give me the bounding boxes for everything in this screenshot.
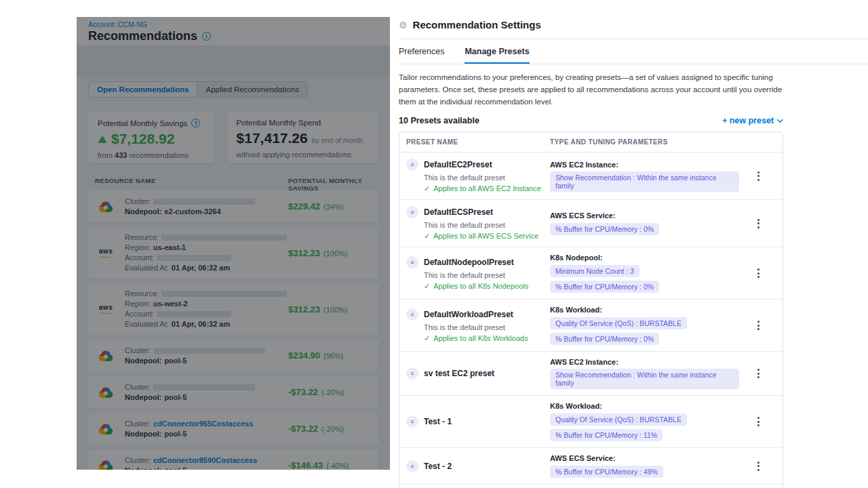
check-icon: ✓: [424, 334, 430, 343]
preset-name: DefaultNodepoolPreset: [424, 258, 514, 267]
preset-subtitle: This is the default preset: [424, 221, 550, 229]
preset-name: DefaultEC2Preset: [424, 160, 492, 169]
tuning-parameter-pill: % Buffer for CPU/Memory : 0%: [550, 333, 659, 345]
preset-tuning-cell: AWS ECS Service:% Buffer for CPU/Memory …: [550, 211, 739, 235]
divider: [399, 39, 868, 39]
preset-actions-cell: [739, 317, 777, 333]
kebab-menu-button[interactable]: [750, 413, 766, 430]
check-icon: ✓: [424, 232, 430, 241]
preset-type: K8s Workload:: [550, 306, 739, 314]
preset-tuning-cell: K8s Workload:Quality Of Service (QoS) : …: [550, 402, 739, 441]
tuning-parameter-pill: Quality Of Service (QoS) : BURSTABLE: [550, 317, 687, 329]
check-icon: ✓: [424, 184, 430, 193]
tab-preferences[interactable]: Preferences: [399, 47, 444, 64]
preset-name-cell: ≡sv test EC2 preset: [406, 367, 550, 380]
preset-actions-cell: [739, 458, 777, 474]
preset-actions-cell: [739, 216, 777, 232]
col-preset-name: PRESET NAME: [406, 138, 550, 146]
presets-description: Tailor recommendations to your preferenc…: [399, 72, 783, 108]
preset-type: AWS EC2 Instance:: [550, 358, 739, 366]
tuning-parameter-pill: % Buffer for CPU/Memory : 0%: [550, 223, 659, 235]
applies-text: Applies to all K8s Nodepools: [433, 282, 528, 291]
preset-applies: ✓Applies to all AWS EC2 Instance: [424, 184, 550, 193]
preset-name: DefaultWorkloadPreset: [424, 310, 513, 319]
preset-type: K8s Nodepool:: [550, 253, 739, 262]
preset-name: Test - 2: [424, 462, 452, 471]
settings-title: Recommendation Settings: [413, 19, 541, 30]
preset-drag-icon: ≡: [406, 159, 418, 171]
tuning-parameter-pill: Show Recommendation : Within the same in…: [550, 369, 739, 389]
app-canvas: Account: CCM-NG Recommendations i Open R…: [0, 0, 868, 488]
preset-name-cell: ≡Test - 1: [406, 415, 550, 428]
preset-tuning-cell: AWS EC2 Instance:Show Recommendation : W…: [550, 358, 739, 389]
preset-drag-icon: ≡: [406, 256, 418, 268]
preset-type: AWS ECS Service:: [550, 211, 739, 220]
presets-count: 10 Presets available: [399, 116, 479, 125]
preset-tuning-cell: AWS ECS Service:% Buffer for CPU/Memory …: [550, 454, 739, 478]
preset-applies: ✓Applies to all K8s Nodepools: [424, 282, 550, 291]
preset-applies: ✓Applies to all AWS ECS Service: [424, 232, 550, 241]
tab-manage-presets[interactable]: Manage Presets: [465, 47, 529, 64]
preset-name: Test - 1: [424, 417, 452, 426]
preset-name-cell: ≡DefaultWorkloadPresetThis is the defaul…: [406, 308, 550, 343]
preset-row: ≡DefaultECSPresetThis is the default pre…: [399, 200, 783, 247]
tuning-parameter-pill: % Buffer for CPU/Memory : 0%: [550, 281, 659, 293]
preset-subtitle: This is the default preset: [424, 174, 550, 182]
kebab-menu-button[interactable]: [750, 168, 766, 184]
applies-text: Applies to all K8s Workloads: [433, 334, 528, 343]
preset-applies: ✓Applies to all K8s Workloads: [424, 334, 550, 343]
preset-subtitle: This is the default preset: [424, 271, 550, 279]
tuning-parameter-pill: Quality Of Service (QoS) : BURSTABLE: [550, 413, 687, 426]
preset-name-cell: ≡Test - 2: [406, 460, 550, 472]
tuning-parameter-pill: % Buffer for CPU/Memory : 11%: [550, 429, 663, 441]
new-preset-button[interactable]: + new preset: [722, 116, 783, 125]
preset-subtitle: This is the default preset: [424, 323, 550, 331]
preset-drag-icon: ≡: [406, 308, 418, 321]
kebab-menu-button[interactable]: [750, 458, 766, 474]
preset-name: DefaultECSPreset: [424, 207, 493, 217]
preset-tuning-cell: K8s Nodepool:Minimum Node Count : 3% Buf…: [550, 253, 739, 293]
presets-table-header: PRESET NAME TYPE AND TUNING PARAMETERS: [399, 132, 783, 152]
preset-row: ≡DefaultNodepoolPresetThis is the defaul…: [399, 247, 783, 300]
kebab-menu-button[interactable]: [750, 317, 766, 333]
tuning-parameter-pill: % Buffer for CPU/Memory : 49%: [550, 466, 663, 478]
col-type-tuning: TYPE AND TUNING PARAMETERS: [550, 138, 739, 146]
tuning-parameter-pill: Minimum Node Count : 3: [550, 265, 639, 277]
gear-icon: ⚙: [399, 20, 408, 30]
preset-tuning-cell: AWS EC2 Instance:Show Recommendation : W…: [550, 161, 739, 192]
kebab-menu-button[interactable]: [750, 216, 766, 232]
presets-table: PRESET NAME TYPE AND TUNING PARAMETERS ≡…: [399, 131, 783, 488]
preset-tuning-cell: K8s Workload:Quality Of Service (QoS) : …: [550, 306, 739, 345]
applies-text: Applies to all AWS EC2 Instance: [433, 184, 541, 193]
preset-row: ≡DefaultEC2PresetThis is the default pre…: [399, 152, 783, 200]
preset-row: ≡Test - 3AWS ECS Service:% Buffer for CP…: [399, 485, 783, 488]
preset-type: K8s Workload:: [550, 402, 739, 410]
preset-type: AWS EC2 Instance:: [550, 161, 739, 169]
preset-name-cell: ≡DefaultNodepoolPresetThis is the defaul…: [406, 256, 550, 291]
settings-tabs: Preferences Manage Presets: [399, 47, 868, 64]
preset-drag-icon: ≡: [406, 460, 418, 472]
check-icon: ✓: [424, 282, 430, 291]
applies-text: Applies to all AWS ECS Service: [433, 232, 538, 241]
preset-name-cell: ≡DefaultEC2PresetThis is the default pre…: [406, 159, 550, 193]
recommendations-page: Account: CCM-NG Recommendations i Open R…: [77, 17, 390, 470]
preset-actions-cell: [739, 413, 777, 430]
preset-actions-cell: [739, 265, 777, 281]
preset-row: ≡DefaultWorkloadPresetThis is the defaul…: [399, 300, 783, 352]
preset-name: sv test EC2 preset: [424, 369, 494, 378]
backdrop-overlay[interactable]: [77, 17, 390, 470]
preset-type: AWS ECS Service:: [550, 454, 739, 462]
recommendation-settings-drawer: ⚙ Recommendation Settings Preferences Ma…: [390, 0, 868, 488]
preset-drag-icon: ≡: [406, 206, 418, 218]
chevron-down-icon: [777, 118, 783, 124]
kebab-menu-button[interactable]: [750, 265, 766, 281]
preset-name-cell: ≡DefaultECSPresetThis is the default pre…: [406, 206, 550, 241]
preset-drag-icon: ≡: [406, 415, 418, 428]
preset-actions-cell: [739, 168, 777, 184]
tuning-parameter-pill: Show Recommendation : Within the same in…: [550, 171, 739, 192]
preset-row: ≡Test - 1K8s Workload:Quality Of Service…: [399, 396, 783, 448]
preset-actions-cell: [739, 365, 777, 382]
preset-row: ≡Test - 2AWS ECS Service:% Buffer for CP…: [399, 448, 783, 485]
kebab-menu-button[interactable]: [750, 365, 766, 382]
preset-drag-icon: ≡: [406, 367, 418, 380]
